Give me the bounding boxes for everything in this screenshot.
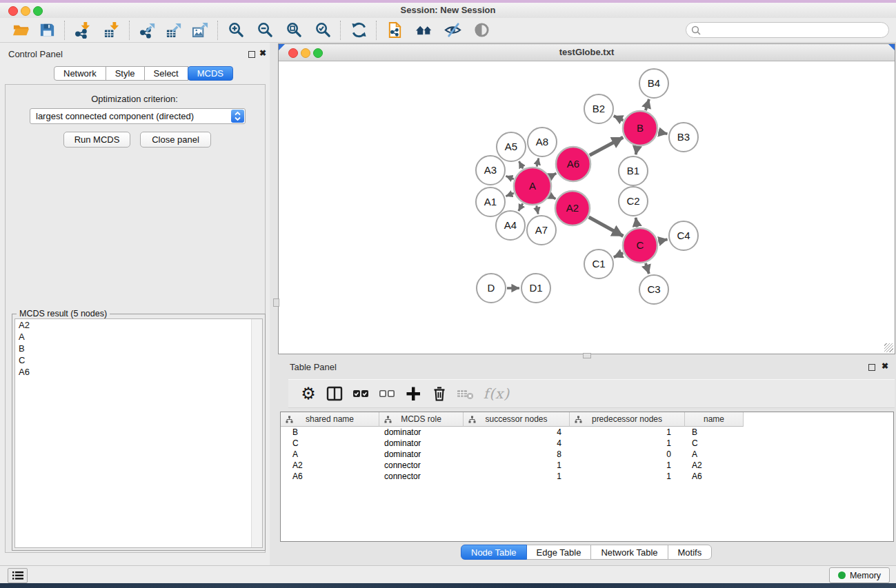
close-panel-button[interactable]: Close panel xyxy=(140,132,211,148)
function-builder-icon[interactable]: f(x) xyxy=(479,382,515,405)
graph-edge-A6-B[interactable] xyxy=(590,137,624,155)
graph-edge-A-A5[interactable] xyxy=(519,161,523,168)
table-cell[interactable]: 1 xyxy=(464,460,570,471)
graph-edge-B-B2[interactable] xyxy=(614,116,624,120)
graph-edge-B-B4[interactable] xyxy=(646,99,649,110)
criterion-dropdown[interactable]: largest connected component (directed) xyxy=(30,108,246,124)
export-image-icon[interactable] xyxy=(189,20,211,41)
control-panel-float-icon[interactable] xyxy=(248,51,255,58)
select-all-icon[interactable] xyxy=(348,382,374,405)
table-cell[interactable]: dominator xyxy=(379,449,464,460)
gear-icon[interactable]: ⚙ xyxy=(295,382,321,405)
list-item[interactable]: A xyxy=(15,331,262,343)
tab-style[interactable]: Style xyxy=(106,66,145,81)
graph-edge-A-A4[interactable] xyxy=(519,203,523,211)
graph-edge-C-C4[interactable] xyxy=(658,239,667,241)
list-item[interactable]: B xyxy=(15,343,262,354)
table-cell[interactable]: A xyxy=(281,449,379,460)
graph-edge-A-A6[interactable] xyxy=(550,173,556,176)
table-row[interactable]: Bdominator41B xyxy=(281,427,893,438)
table-row[interactable]: Adominator80A xyxy=(281,449,893,460)
table-cell[interactable]: connector xyxy=(379,460,464,471)
table-cell[interactable]: dominator xyxy=(379,438,464,449)
table-cell[interactable]: A6 xyxy=(685,471,744,482)
table-cell[interactable]: A2 xyxy=(281,460,379,471)
search-input[interactable] xyxy=(704,24,888,36)
graph-edge-C-C3[interactable] xyxy=(646,263,649,274)
add-column-icon[interactable] xyxy=(400,382,426,405)
table-cell[interactable]: A2 xyxy=(685,460,744,471)
network-canvas-svg[interactable]: AA1A2A3A4A5A6A7A8BB1B2B3B4CC1C2C3C4DD1 xyxy=(279,61,895,354)
table-cell[interactable]: 1 xyxy=(464,471,570,482)
table-row[interactable]: A2connector11A2 xyxy=(281,460,893,471)
table-cell[interactable]: C xyxy=(281,438,379,449)
resize-grip[interactable] xyxy=(884,343,893,352)
graph-edge-B-B1[interactable] xyxy=(636,147,637,155)
table-cell[interactable]: C xyxy=(685,438,744,449)
table-panel-float-icon[interactable] xyxy=(868,364,875,371)
tab-mcds[interactable]: MCDS xyxy=(188,66,233,81)
column-header-shared-name[interactable]: shared name xyxy=(281,412,379,427)
run-mcds-button[interactable]: Run MCDS xyxy=(63,132,130,148)
table-cell[interactable]: 1 xyxy=(570,460,685,471)
table-cell[interactable]: 1 xyxy=(570,438,685,449)
save-session-icon[interactable] xyxy=(36,20,58,41)
list-item[interactable]: A6 xyxy=(15,366,262,378)
graph-edge-A-A8[interactable] xyxy=(537,158,539,166)
graph-edge-A-A1[interactable] xyxy=(506,193,513,196)
network-window-titlebar[interactable]: testGlobe.txt xyxy=(279,44,895,61)
graph-edge-A-A7[interactable] xyxy=(537,205,538,214)
refresh-icon[interactable] xyxy=(348,20,370,41)
import-network-icon[interactable] xyxy=(72,20,94,41)
zoom-fit-icon[interactable] xyxy=(283,20,305,41)
table-row[interactable]: A6connector11A6 xyxy=(281,471,893,482)
export-network-icon[interactable] xyxy=(137,20,159,41)
graph-edge-C-C2[interactable] xyxy=(636,218,637,227)
import-table-icon[interactable] xyxy=(101,20,123,41)
splitter-handle-horizontal[interactable] xyxy=(583,353,591,358)
column-header-name[interactable]: name xyxy=(685,412,744,427)
tab-edge-table[interactable]: Edge Table xyxy=(526,545,592,560)
split-columns-icon[interactable] xyxy=(321,382,348,405)
unselect-all-icon[interactable] xyxy=(374,382,400,405)
memory-button[interactable]: Memory xyxy=(829,567,890,583)
table-cell[interactable]: B xyxy=(281,427,379,438)
table-cell[interactable]: 4 xyxy=(464,427,570,438)
node-table[interactable]: shared nameMCDS rolesuccessor nodesprede… xyxy=(280,412,894,542)
delete-table-icon[interactable] xyxy=(452,382,479,405)
splitter-handle-vertical[interactable] xyxy=(273,298,279,307)
tab-node-table[interactable]: Node Table xyxy=(461,545,527,560)
table-cell[interactable]: dominator xyxy=(379,427,464,438)
table-cell[interactable]: connector xyxy=(379,471,464,482)
delete-column-icon[interactable] xyxy=(426,382,452,405)
search-field[interactable] xyxy=(686,22,889,38)
table-cell[interactable]: 4 xyxy=(464,438,570,449)
zoom-in-icon[interactable] xyxy=(225,20,247,41)
tab-select[interactable]: Select xyxy=(144,66,188,81)
control-panel-close-icon[interactable]: ✖ xyxy=(259,48,266,58)
graph-edge-C-C1[interactable] xyxy=(614,253,623,257)
graph-edge-A-A3[interactable] xyxy=(506,176,513,179)
mcds-list-scrollbar[interactable] xyxy=(251,319,262,547)
column-header-successor-nodes[interactable]: successor nodes xyxy=(464,412,570,427)
zoom-out-icon[interactable] xyxy=(254,20,276,41)
column-header-mcds-role[interactable]: MCDS role xyxy=(379,412,464,427)
home-icon[interactable] xyxy=(412,20,435,41)
column-header-predecessor-nodes[interactable]: predecessor nodes xyxy=(570,412,685,427)
table-cell[interactable]: A6 xyxy=(281,471,379,482)
app-titlebar[interactable]: Session: New Session xyxy=(0,3,896,19)
open-file-icon[interactable] xyxy=(10,20,32,41)
graph-edge-A2-C[interactable] xyxy=(589,217,624,236)
zoom-selected-icon[interactable] xyxy=(312,20,334,41)
table-row[interactable]: Cdominator41C xyxy=(281,438,893,449)
tab-motifs[interactable]: Motifs xyxy=(668,545,713,560)
graph-edge-B-B3[interactable] xyxy=(658,132,667,134)
table-cell[interactable]: A xyxy=(685,449,744,460)
eye-icon[interactable] xyxy=(470,20,492,41)
hide-eye-icon[interactable] xyxy=(441,20,464,41)
network-file-icon[interactable] xyxy=(384,20,406,41)
mcds-result-list[interactable]: A2ABCA6 xyxy=(14,318,263,548)
graph-edge-A-A2[interactable] xyxy=(550,196,555,199)
network-canvas[interactable]: AA1A2A3A4A5A6A7A8BB1B2B3B4CC1C2C3C4DD1 xyxy=(279,61,895,354)
table-cell[interactable]: 1 xyxy=(570,427,685,438)
